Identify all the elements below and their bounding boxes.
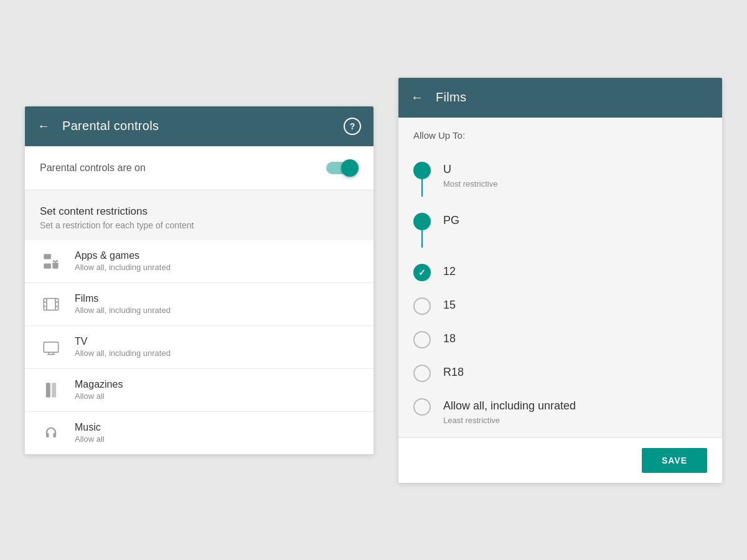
music-desc: Allow all	[75, 434, 359, 444]
section-title: Set content restrictions	[40, 205, 359, 218]
rating-item-allow-all[interactable]: Allow all, including unrated Least restr…	[398, 390, 722, 432]
content-item-magazines[interactable]: Magazines Allow all	[25, 369, 374, 412]
rating-item-R18[interactable]: R18	[398, 356, 722, 390]
apps-games-text: Apps & games Allow all, including unrate…	[75, 250, 359, 272]
rating-name-U: U	[443, 161, 707, 178]
tv-desc: Allow all, including unrated	[75, 348, 359, 358]
rating-name-allow-all: Allow all, including unrated	[443, 397, 707, 414]
rating-name-15: 15	[443, 296, 707, 314]
tv-name: TV	[75, 336, 359, 347]
svg-rect-0	[44, 263, 51, 268]
right-header-title: Films	[436, 90, 466, 105]
radio-circle-15	[413, 297, 431, 315]
header-left: ← Parental controls	[37, 119, 159, 133]
radio-container-PG	[413, 213, 431, 248]
magazines-icon	[40, 379, 62, 401]
rating-item-PG[interactable]: PG	[398, 204, 722, 255]
radio-container-18	[413, 331, 431, 348]
left-panel: ← Parental controls ? Parental controls …	[25, 106, 374, 454]
rating-text-15: 15	[443, 296, 707, 314]
rating-name-R18: R18	[443, 363, 707, 381]
radio-circle-12	[413, 264, 431, 281]
parental-controls-toggle[interactable]	[326, 159, 359, 177]
apps-games-name: Apps & games	[75, 250, 359, 261]
rating-text-PG: PG	[443, 212, 707, 229]
films-icon	[40, 293, 62, 315]
tv-text: TV Allow all, including unrated	[75, 336, 359, 358]
radio-line-U	[421, 179, 423, 197]
rating-desc-U: Most restrictive	[443, 179, 707, 189]
svg-rect-1	[44, 254, 51, 259]
rating-item-12[interactable]: 12	[398, 255, 722, 289]
panel-footer: SAVE	[398, 437, 722, 483]
rating-desc-allow-all: Least restrictive	[443, 416, 707, 425]
rating-name-PG: PG	[443, 212, 707, 229]
radio-line-PG	[421, 230, 423, 248]
right-back-arrow-icon[interactable]: ←	[411, 90, 423, 105]
magazines-desc: Allow all	[75, 391, 359, 401]
radio-container-U	[413, 162, 431, 197]
films-text: Films Allow all, including unrated	[75, 293, 359, 315]
svg-rect-14	[46, 383, 50, 397]
magazines-text: Magazines Allow all	[75, 379, 359, 401]
music-icon	[40, 422, 62, 444]
rating-text-allow-all: Allow all, including unrated Least restr…	[443, 397, 707, 425]
rating-text-12: 12	[443, 263, 707, 280]
radio-circle-U	[413, 162, 431, 179]
rating-name-12: 12	[443, 263, 707, 280]
right-header: ← Films	[398, 78, 722, 118]
right-header-left: ← Films	[411, 90, 466, 105]
music-text: Music Allow all	[75, 422, 359, 444]
music-name: Music	[75, 422, 359, 433]
section-subtitle: Set a restriction for each type of conte…	[40, 220, 359, 230]
radio-container-R18	[413, 365, 431, 382]
rating-text-18: 18	[443, 330, 707, 347]
radio-circle-18	[413, 331, 431, 348]
toggle-thumb	[341, 159, 359, 177]
rating-text-U: U Most restrictive	[443, 161, 707, 189]
svg-rect-10	[44, 342, 58, 352]
svg-rect-15	[52, 383, 56, 397]
rating-text-R18: R18	[443, 363, 707, 381]
parental-controls-toggle-row: Parental controls are on	[25, 146, 374, 190]
allow-up-to-label: Allow Up To:	[398, 118, 722, 148]
radio-container-15	[413, 297, 431, 315]
rating-item-15[interactable]: 15	[398, 289, 722, 322]
films-name: Films	[75, 293, 359, 304]
svg-rect-2	[52, 263, 58, 268]
apps-games-desc: Allow all, including unrated	[75, 263, 359, 272]
svg-rect-3	[44, 298, 58, 310]
rating-item-U[interactable]: U Most restrictive	[398, 153, 722, 204]
rating-name-18: 18	[443, 330, 707, 347]
apps-icon	[40, 250, 62, 273]
magazines-name: Magazines	[75, 379, 359, 390]
content-item-films[interactable]: Films Allow all, including unrated	[25, 283, 374, 326]
radio-circle-R18	[413, 365, 431, 382]
left-header: ← Parental controls ?	[25, 106, 374, 146]
right-panel: ← Films Allow Up To: U Most restrictive …	[398, 78, 722, 483]
rating-list: U Most restrictive PG 12	[398, 148, 722, 437]
left-header-title: Parental controls	[62, 119, 159, 133]
back-arrow-icon[interactable]: ←	[37, 119, 50, 133]
help-icon[interactable]: ?	[344, 118, 361, 135]
radio-container-12	[413, 264, 431, 281]
toggle-label: Parental controls are on	[40, 162, 146, 174]
content-restrictions-section: Set content restrictions Set a restricti…	[25, 190, 374, 240]
radio-circle-allow-all	[413, 398, 431, 416]
tv-icon	[40, 336, 62, 358]
radio-circle-PG	[413, 213, 431, 230]
films-desc: Allow all, including unrated	[75, 306, 359, 315]
content-item-music[interactable]: Music Allow all	[25, 412, 374, 454]
save-button[interactable]: SAVE	[642, 448, 707, 473]
content-item-tv[interactable]: TV Allow all, including unrated	[25, 326, 374, 369]
rating-item-18[interactable]: 18	[398, 322, 722, 356]
content-item-apps-games[interactable]: Apps & games Allow all, including unrate…	[25, 240, 374, 283]
radio-container-allow-all	[413, 398, 431, 416]
